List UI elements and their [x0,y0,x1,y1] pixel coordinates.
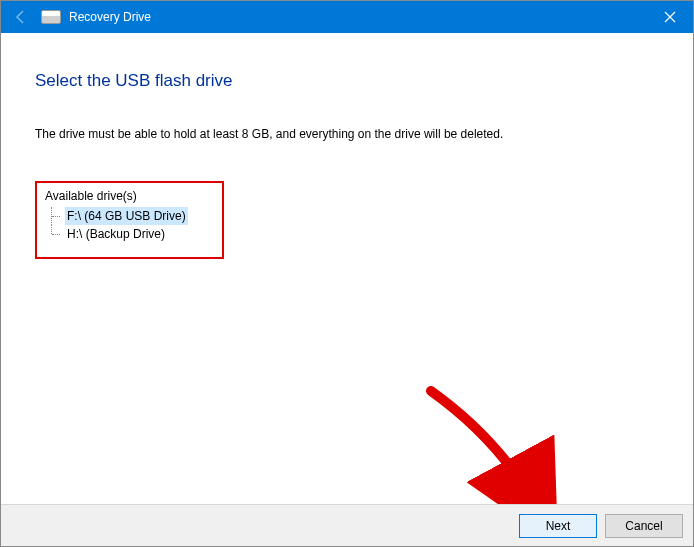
drive-item[interactable]: H:\ (Backup Drive) [51,225,188,243]
drive-icon [41,10,61,24]
drive-item-label: F:\ (64 GB USB Drive) [65,207,188,225]
window-title: Recovery Drive [69,10,151,24]
back-arrow-icon [13,9,29,25]
drive-item-label: H:\ (Backup Drive) [65,225,167,243]
close-button[interactable] [647,1,693,33]
back-button[interactable] [9,5,33,29]
drive-item[interactable]: F:\ (64 GB USB Drive) [51,207,188,225]
close-icon [664,11,676,23]
instruction-text: The drive must be able to hold at least … [35,127,659,141]
titlebar: Recovery Drive [1,1,693,33]
cancel-button[interactable]: Cancel [605,514,683,538]
wizard-footer: Next Cancel [1,504,693,546]
available-drives-label: Available drive(s) [45,189,188,203]
drive-list: F:\ (64 GB USB Drive) H:\ (Backup Drive) [51,207,188,243]
page-heading: Select the USB flash drive [35,71,659,91]
annotation-highlight-box: Available drive(s) F:\ (64 GB USB Drive)… [35,181,224,259]
next-button[interactable]: Next [519,514,597,538]
wizard-content: Select the USB flash drive The drive mus… [1,33,693,504]
